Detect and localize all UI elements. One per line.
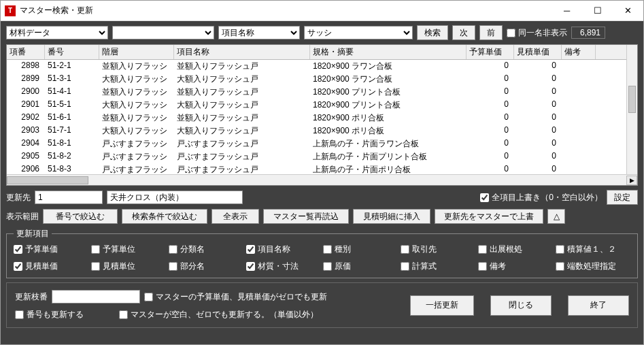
branch-input[interactable] <box>52 290 140 303</box>
overwrite-all-label: 全項目上書き（0・空白以外） <box>492 192 603 203</box>
next-button[interactable]: 次 <box>452 25 475 40</box>
update-item-extra-checkbox[interactable]: 端数処理指定 <box>556 261 630 272</box>
update-item-checkbox[interactable]: 見積単価 <box>14 261 82 272</box>
scope-label: 表示範囲 <box>6 211 39 223</box>
search-toolbar: 材料データ 項目名称 サッシ 検索 次 前 同一名非表示 6,891 <box>6 25 638 40</box>
update-item-checkbox[interactable]: 見積単位 <box>91 261 159 272</box>
table-row[interactable]: 289951-3-1大額入りフラッシ大額入りフラッシュ戸1820×900 ラワン… <box>7 73 637 86</box>
table-row[interactable]: 290351-7-1大額入りフラッシ大額入りフラッシュ戸1820×900 ポリ合… <box>7 125 637 137</box>
update-item-checkbox[interactable]: 出展根処 <box>478 244 546 255</box>
close-button[interactable]: ✕ <box>613 1 643 20</box>
bulk-update-button[interactable]: 一括更新 <box>410 295 474 316</box>
reload-master-button[interactable]: マスター覧再読込 <box>263 209 349 224</box>
search-button[interactable]: 検索 <box>417 25 448 40</box>
table-row[interactable]: 289851-2-1並額入りフラッシ並額入りフラッシュ戸1820×900 ラワン… <box>7 60 637 73</box>
app-icon: T <box>5 5 16 16</box>
settings-button[interactable]: 設定 <box>607 190 638 205</box>
exit-button[interactable]: 終了 <box>568 295 629 316</box>
minimize-button[interactable]: ─ <box>552 1 582 20</box>
col-remark[interactable]: 備考 <box>562 45 596 59</box>
result-count: 6,891 <box>571 27 605 39</box>
hide-same-name-checkbox[interactable]: 同一名非表示 <box>507 27 567 39</box>
opt-zero-price-checkbox[interactable]: マスターの予算単価、見積単価がゼロでも更新 <box>144 291 327 303</box>
branch-label: 更新枝番 <box>15 291 48 303</box>
update-item-checkbox[interactable]: 部分名 <box>169 261 237 272</box>
update-item-checkbox[interactable]: 計算式 <box>401 261 469 272</box>
col-quote[interactable]: 見積単価 <box>514 45 562 59</box>
vertical-scrollbar[interactable] <box>626 45 637 174</box>
bottom-left: 更新枝番 マスターの予算単価、見積単価がゼロでも更新 番号も更新する マスターが… <box>15 290 401 321</box>
update-items-grid: 予算単価予算単位分類名項目名称種別取引先出展根処見積単価見積単位部分名材質・寸法… <box>14 244 546 272</box>
show-all-button[interactable]: 全表示 <box>211 209 259 224</box>
update-dest-label: 更新先 <box>6 192 31 203</box>
opt-update-code-label: 番号も更新する <box>27 309 84 321</box>
update-dest-input[interactable] <box>35 191 103 204</box>
combo-keyword[interactable]: サッシ <box>304 26 413 39</box>
overwrite-dest-button[interactable]: 更新先をマスターで上書 <box>435 209 543 224</box>
update-item-checkbox[interactable]: 取引先 <box>401 244 469 255</box>
filter-by-cond-button[interactable]: 検索条件で絞込む <box>122 209 207 224</box>
update-item-checkbox[interactable]: 材質・寸法 <box>246 261 314 272</box>
update-items-legend: 更新項目 <box>14 228 52 240</box>
col-spec[interactable]: 規格・摘要 <box>310 45 467 59</box>
window-title: マスター検索・更新 <box>20 5 552 16</box>
close-dialog-button[interactable]: 閉じる <box>490 295 552 316</box>
update-item-checkbox[interactable]: 項目名称 <box>246 244 314 255</box>
bottom-panel: 更新枝番 マスターの予算単価、見積単価がゼロでも更新 番号も更新する マスターが… <box>6 282 638 328</box>
hscroll-thumb[interactable] <box>7 176 88 184</box>
table-row[interactable]: 290651-8-3戸ぶすまフラッシ戸ぶすまフラッシュ戸上新鳥の子・片面ポリ合板… <box>7 163 637 174</box>
opt-zero-price-label: マスターの予算単価、見積単価がゼロでも更新 <box>156 291 327 303</box>
col-budget[interactable]: 予算単価 <box>467 45 514 59</box>
maximize-button[interactable]: ☐ <box>582 1 613 20</box>
vscroll-thumb[interactable] <box>628 86 636 113</box>
col-name[interactable]: 項目名称 <box>174 45 310 59</box>
grid-body[interactable]: 289851-2-1並額入りフラッシ並額入りフラッシュ戸1820×900 ラワン… <box>7 60 637 174</box>
overwrite-all-checkbox[interactable]: 全項目上書き（0・空白以外） <box>480 192 603 203</box>
data-grid[interactable]: 項番 番号 階層 項目名称 規格・摘要 予算単価 見積単価 備考 289851-… <box>6 44 638 186</box>
opt-blank-zero-checkbox[interactable]: マスターが空白、ゼロでも更新する。（単価以外） <box>119 309 318 321</box>
triangle-button[interactable]: △ <box>547 209 565 224</box>
update-item-checkbox[interactable]: 種別 <box>323 244 391 255</box>
horizontal-scrollbar[interactable]: ▶ <box>7 174 637 185</box>
insert-detail-button[interactable]: 見積明細に挿入 <box>353 209 430 224</box>
table-row[interactable]: 290151-5-1大額入りフラッシ大額入りフラッシュ戸1820×900 プリン… <box>7 99 637 112</box>
combo-sub[interactable] <box>112 26 214 39</box>
table-row[interactable]: 290251-6-1並額入りフラッシ並額入りフラッシュ戸1820×900 ポリ合… <box>7 112 637 125</box>
app-body: 材料データ 項目名称 サッシ 検索 次 前 同一名非表示 6,891 項番 番号 <box>1 21 643 344</box>
grid-header: 項番 番号 階層 項目名称 規格・摘要 予算単価 見積単価 備考 <box>7 45 637 60</box>
update-items-extras: 積算値１、２端数処理指定 <box>556 244 630 272</box>
table-row[interactable]: 290551-8-2戸ぶすまフラッシ戸ぶすまフラッシュ戸上新鳥の子・片面プリント… <box>7 150 637 163</box>
opt-blank-zero-label: マスターが空白、ゼロでも更新する。（単価以外） <box>131 309 318 321</box>
titlebar: T マスター検索・更新 ─ ☐ ✕ <box>1 1 643 21</box>
update-item-checkbox[interactable]: 予算単位 <box>91 244 159 255</box>
scope-row: 表示範囲 番号で絞込む 検索条件で絞込む 全表示 マスター覧再読込 見積明細に挿… <box>6 209 638 224</box>
update-item-checkbox[interactable]: 予算単価 <box>14 244 82 255</box>
update-item-checkbox[interactable]: 原価 <box>323 261 391 272</box>
filter-by-code-button[interactable]: 番号で絞込む <box>43 209 118 224</box>
col-code[interactable]: 番号 <box>45 45 99 59</box>
combo-field[interactable]: 項目名称 <box>218 26 300 39</box>
prev-button[interactable]: 前 <box>479 25 503 40</box>
opt-update-code-checkbox[interactable]: 番号も更新する <box>15 309 84 321</box>
app-window: T マスター検索・更新 ─ ☐ ✕ 材料データ 項目名称 サッシ 検索 次 前 … <box>0 0 644 345</box>
update-item-checkbox[interactable]: 備考 <box>478 261 546 272</box>
table-row[interactable]: 290451-8-1戸ぶすまフラッシ戸ぶすまフラッシュ戸上新鳥の子・片面ラワン合… <box>7 137 637 150</box>
hscroll-right-arrow[interactable]: ▶ <box>626 176 637 185</box>
update-item-checkbox[interactable]: 分類名 <box>169 244 237 255</box>
col-layer[interactable]: 階層 <box>99 45 174 59</box>
update-dest-name: 天井クロス（内装） <box>107 191 243 204</box>
update-item-extra-checkbox[interactable]: 積算値１、２ <box>556 244 630 255</box>
update-dest-row: 更新先 天井クロス（内装） 全項目上書き（0・空白以外） 設定 <box>6 190 638 205</box>
combo-category[interactable]: 材料データ <box>6 26 108 39</box>
action-buttons: 一括更新 閉じる 終了 <box>410 295 629 316</box>
hide-same-name-label: 同一名非表示 <box>518 27 567 39</box>
col-no[interactable]: 項番 <box>7 45 45 59</box>
update-items-group: 更新項目 予算単価予算単位分類名項目名称種別取引先出展根処見積単価見積単位部分名… <box>6 228 638 278</box>
table-row[interactable]: 290051-4-1並額入りフラッシ並額入りフラッシュ戸1820×900 プリン… <box>7 86 637 99</box>
